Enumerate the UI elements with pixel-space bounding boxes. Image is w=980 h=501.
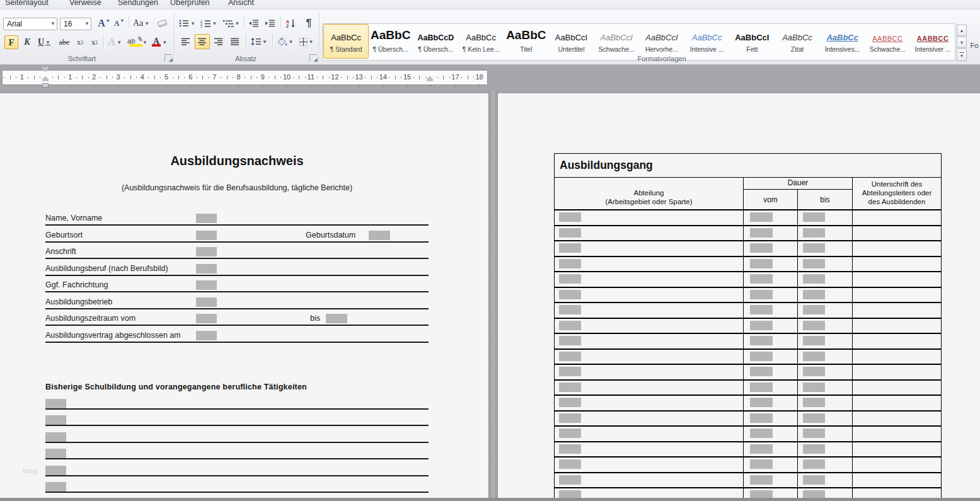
shrink-font-button[interactable]: A▼ [112, 16, 126, 30]
style-chip-fett[interactable]: AaBbCcIFett [730, 25, 774, 58]
cell-unterschrift[interactable] [853, 427, 941, 441]
style-chip-hervorhe-[interactable]: AaBbCcIHervorhe... [640, 25, 684, 58]
cell-vom[interactable] [744, 381, 798, 395]
multilevel-list-button[interactable]: ▼ [221, 16, 241, 30]
cell-bis[interactable] [798, 473, 853, 488]
cell-abteilung[interactable] [555, 442, 744, 457]
cell-abteilung[interactable] [555, 412, 744, 426]
chevron-down-icon[interactable]: ▼ [235, 21, 240, 26]
decrease-indent-button[interactable] [246, 16, 262, 30]
cell-bis[interactable] [798, 350, 853, 364]
font-color-button[interactable]: A ▼ [150, 35, 169, 50]
cell-abteilung[interactable] [555, 350, 744, 364]
cell-vom[interactable] [744, 412, 798, 426]
cell-unterschrift[interactable] [853, 396, 941, 410]
cell-vom[interactable] [744, 319, 798, 333]
cell-vom[interactable] [744, 365, 798, 379]
cell-abteilung[interactable] [555, 473, 744, 488]
cell-vom[interactable] [744, 427, 798, 441]
cell-bis[interactable] [798, 427, 853, 441]
cell-bis[interactable] [798, 396, 853, 410]
cell-abteilung[interactable] [555, 334, 744, 348]
cell-abteilung[interactable] [555, 458, 744, 472]
change-styles-button[interactable]: Fo [969, 40, 980, 51]
table-row[interactable] [555, 458, 941, 473]
cell-bis[interactable] [798, 288, 853, 302]
text-effects-button[interactable]: A▼ [106, 35, 124, 49]
cell-unterschrift[interactable] [853, 458, 941, 472]
superscript-button[interactable]: x2 [88, 35, 101, 49]
right-indent-marker[interactable] [427, 76, 433, 81]
table-row[interactable] [555, 210, 941, 226]
italic-button[interactable]: K [21, 35, 33, 49]
change-case-button[interactable]: Aa▼ [132, 16, 151, 30]
table-row[interactable] [555, 365, 941, 381]
cell-bis[interactable] [798, 241, 853, 256]
font-dialog-launcher[interactable]: ◢ [164, 54, 172, 62]
ruler-strip[interactable]: 11234567891011121314151718 [2, 70, 488, 85]
cell-abteilung[interactable] [555, 365, 744, 379]
strikethrough-button[interactable]: abe [56, 35, 72, 49]
style-chip-intensive-[interactable]: AaBbCcIntensive ... [685, 25, 729, 58]
justify-button[interactable] [228, 35, 243, 49]
cell-unterschrift[interactable] [853, 257, 941, 272]
tab-seitenlayout[interactable]: Seitenlayout [5, 0, 49, 7]
cell-abteilung[interactable] [555, 319, 744, 333]
cell-bis[interactable] [798, 257, 853, 272]
font-name-combo[interactable]: Arial ▼ [3, 18, 57, 30]
cell-abteilung[interactable] [555, 210, 744, 225]
gallery-scroll-up-button[interactable]: ▲ [957, 25, 967, 36]
cell-unterschrift[interactable] [853, 272, 941, 287]
cell-unterschrift[interactable] [853, 365, 941, 379]
cell-bis[interactable] [798, 442, 853, 457]
cell-vom[interactable] [744, 350, 798, 364]
clear-formatting-button[interactable] [154, 16, 171, 31]
chevron-down-icon[interactable]: ▼ [84, 21, 89, 26]
cell-abteilung[interactable] [555, 257, 744, 272]
cell-vom[interactable] [744, 458, 798, 472]
table-row[interactable] [555, 473, 941, 489]
grow-font-button[interactable]: A▲ [96, 16, 112, 30]
cell-unterschrift[interactable] [853, 241, 941, 256]
table-row[interactable] [555, 241, 941, 257]
style-chip-untertitel[interactable]: AaBbCcIUntertitel [550, 25, 594, 58]
show-paragraph-marks-button[interactable]: ¶ [302, 16, 316, 31]
subscript-button[interactable]: x2 [73, 35, 87, 49]
cell-unterschrift[interactable] [853, 226, 941, 241]
style-chip-intensiver-[interactable]: AABBCCIntensiver ... [911, 25, 955, 58]
cell-bis[interactable] [798, 458, 853, 472]
chevron-down-icon[interactable]: ▼ [190, 21, 195, 26]
cell-bis[interactable] [798, 272, 853, 287]
style-chip-schwache-[interactable]: AABBCCSchwache... [865, 25, 909, 58]
table-row[interactable] [555, 412, 941, 427]
cell-vom[interactable] [744, 473, 798, 488]
cell-vom[interactable] [744, 241, 798, 256]
cell-abteilung[interactable] [555, 288, 744, 302]
align-left-button[interactable] [178, 35, 193, 49]
style-chip-titel[interactable]: AaBbCTitel [504, 25, 548, 58]
tab-sendungen[interactable]: Sendungen [118, 0, 158, 7]
cell-abteilung[interactable] [555, 381, 744, 395]
table-row[interactable] [555, 272, 941, 288]
borders-button[interactable]: ▼ [296, 35, 316, 49]
cell-vom[interactable] [744, 396, 798, 410]
cell-vom[interactable] [744, 334, 798, 348]
style-chip--kein-lee-[interactable]: AaBbCc¶ Kein Lee... [459, 25, 503, 58]
increase-indent-button[interactable] [263, 16, 278, 30]
cell-abteilung[interactable] [555, 226, 744, 241]
cell-unterschrift[interactable] [853, 303, 941, 318]
cell-bis[interactable] [798, 319, 853, 333]
cell-bis[interactable] [798, 381, 853, 395]
underline-button[interactable]: U▼ [35, 35, 54, 49]
cell-unterschrift[interactable] [853, 334, 941, 348]
hanging-indent-marker[interactable] [42, 76, 49, 81]
chevron-down-icon[interactable]: ▼ [212, 21, 217, 26]
cell-unterschrift[interactable] [853, 412, 941, 426]
cell-unterschrift[interactable] [853, 210, 941, 225]
gallery-scroll-down-button[interactable]: ▼ [957, 37, 967, 48]
table-row[interactable] [555, 381, 941, 396]
bold-button[interactable]: F [4, 35, 18, 49]
cell-unterschrift[interactable] [853, 319, 941, 333]
table-row[interactable] [555, 427, 941, 442]
cell-abteilung[interactable] [555, 241, 744, 256]
